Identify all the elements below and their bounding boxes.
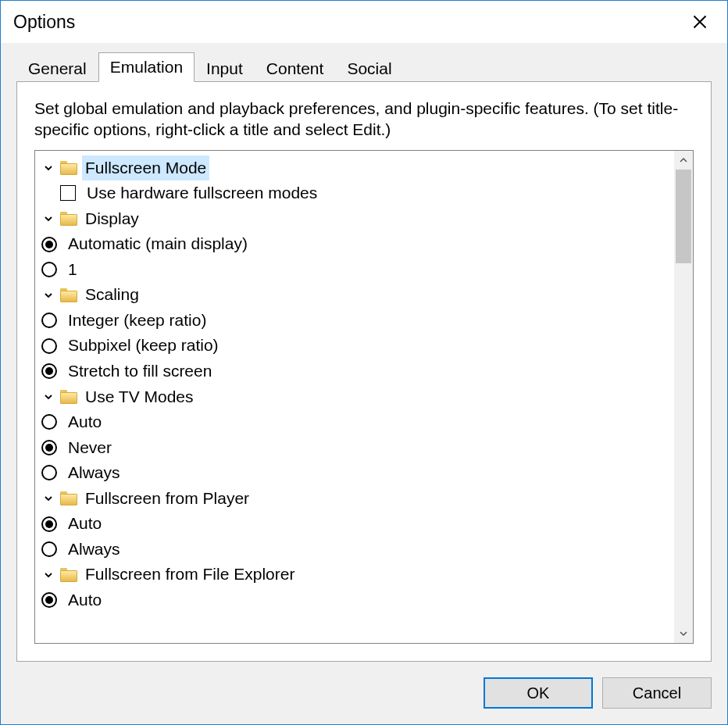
tree-node-from-player[interactable]: Fullscreen from Player xyxy=(41,486,674,512)
radio[interactable] xyxy=(41,516,57,532)
scroll-down-arrow-icon[interactable] xyxy=(674,624,693,643)
tree-node-use-hw-fullscreen[interactable]: Use hardware fullscreen modes xyxy=(41,180,674,206)
tree-node-tv-modes[interactable]: Use TV Modes xyxy=(41,384,674,410)
radio[interactable] xyxy=(41,237,57,252)
tree-label[interactable]: Never xyxy=(65,435,115,461)
folder-icon xyxy=(60,212,77,226)
scrollbar-thumb[interactable] xyxy=(676,170,691,263)
expander-icon[interactable] xyxy=(41,212,55,226)
tree-label[interactable]: 1 xyxy=(65,257,80,283)
close-button[interactable] xyxy=(679,6,721,38)
tree-node-display-1[interactable]: 1 xyxy=(41,257,674,283)
radio[interactable] xyxy=(41,592,57,608)
tree-node-fullscreen-mode[interactable]: Fullscreen Mode xyxy=(41,155,674,181)
options-tree: Fullscreen Mode Use hardware fullscreen … xyxy=(35,151,674,643)
ok-button[interactable]: OK xyxy=(484,677,593,709)
tree-label[interactable]: Integer (keep ratio) xyxy=(65,308,209,334)
scrollbar[interactable] xyxy=(674,151,693,643)
tree-node-from-explorer[interactable]: Fullscreen from File Explorer xyxy=(41,562,674,588)
tree-node-scaling-subpixel[interactable]: Subpixel (keep ratio) xyxy=(41,333,674,359)
radio[interactable] xyxy=(41,312,57,328)
radio[interactable] xyxy=(41,541,57,557)
tree-node-explorer-auto[interactable]: Auto xyxy=(41,588,674,613)
tab-emulation[interactable]: Emulation xyxy=(98,52,194,82)
tree-label[interactable]: Auto xyxy=(65,588,105,613)
folder-icon xyxy=(60,568,77,582)
radio[interactable] xyxy=(41,262,57,277)
tree-label[interactable]: Display xyxy=(82,206,142,232)
tree-label[interactable]: Use TV Modes xyxy=(82,384,197,410)
tree-label[interactable]: Use hardware fullscreen modes xyxy=(84,180,320,206)
tree-node-display-auto[interactable]: Automatic (main display) xyxy=(41,231,674,257)
expander-icon[interactable] xyxy=(41,568,55,582)
tree-label[interactable]: Automatic (main display) xyxy=(65,231,251,257)
radio[interactable] xyxy=(41,440,57,455)
tree-label[interactable]: Stretch to fill screen xyxy=(65,359,215,384)
radio[interactable] xyxy=(41,465,57,480)
folder-icon xyxy=(60,288,77,302)
tree-node-tv-never[interactable]: Never xyxy=(41,435,674,461)
close-icon xyxy=(693,15,707,29)
tabstrip: General Emulation Input Content Social xyxy=(16,52,712,82)
titlebar: Options xyxy=(1,1,727,43)
expander-icon[interactable] xyxy=(41,161,55,175)
cancel-button[interactable]: Cancel xyxy=(602,677,712,709)
window-title: Options xyxy=(13,12,679,33)
expander-icon[interactable] xyxy=(41,390,55,404)
tree-node-scaling-integer[interactable]: Integer (keep ratio) xyxy=(41,308,674,334)
tree-label[interactable]: Auto xyxy=(65,409,105,435)
folder-icon xyxy=(60,161,77,175)
scrollbar-track[interactable] xyxy=(674,170,693,624)
tree-node-scaling-stretch[interactable]: Stretch to fill screen xyxy=(41,359,674,384)
tree-node-tv-always[interactable]: Always xyxy=(41,460,674,486)
dialog-buttons: OK Cancel xyxy=(16,662,712,709)
scroll-up-arrow-icon[interactable] xyxy=(674,151,693,170)
client-area: General Emulation Input Content Social S… xyxy=(1,43,727,724)
tree-label[interactable]: Auto xyxy=(65,511,105,537)
tree-label[interactable]: Scaling xyxy=(82,282,142,308)
tab-general[interactable]: General xyxy=(16,55,98,83)
expander-icon[interactable] xyxy=(41,288,55,302)
tree-node-display[interactable]: Display xyxy=(41,206,674,232)
folder-icon xyxy=(60,390,77,404)
tree-label[interactable]: Fullscreen Mode xyxy=(82,155,209,181)
tree-container: Fullscreen Mode Use hardware fullscreen … xyxy=(34,150,694,644)
tree-node-scaling[interactable]: Scaling xyxy=(41,282,674,308)
tree-label[interactable]: Always xyxy=(65,537,123,562)
expander-icon[interactable] xyxy=(41,491,55,505)
tree-node-player-auto[interactable]: Auto xyxy=(41,511,674,537)
tab-content[interactable]: Content xyxy=(255,55,336,83)
tab-panel-emulation: Set global emulation and playback prefer… xyxy=(16,81,712,662)
folder-icon xyxy=(60,491,77,505)
tree-label[interactable]: Subpixel (keep ratio) xyxy=(65,333,222,359)
tab-social[interactable]: Social xyxy=(335,55,403,83)
radio[interactable] xyxy=(41,338,57,354)
radio[interactable] xyxy=(41,414,57,430)
tree-node-player-always[interactable]: Always xyxy=(41,537,674,562)
tree-node-tv-auto[interactable]: Auto xyxy=(41,409,674,435)
options-dialog: Options General Emulation Input Content … xyxy=(0,0,728,725)
tree-label[interactable]: Fullscreen from Player xyxy=(82,486,252,512)
tree-label[interactable]: Always xyxy=(65,460,123,486)
tree-label[interactable]: Fullscreen from File Explorer xyxy=(82,562,298,588)
panel-description: Set global emulation and playback prefer… xyxy=(34,98,694,141)
tab-input[interactable]: Input xyxy=(194,55,255,83)
radio[interactable] xyxy=(41,363,57,379)
checkbox[interactable] xyxy=(60,185,76,201)
